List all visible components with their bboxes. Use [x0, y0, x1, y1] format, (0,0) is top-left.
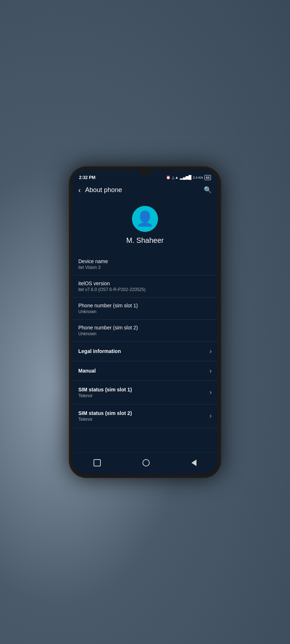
search-icon[interactable]: 🔍 [204, 186, 212, 194]
avatar: 👤 [132, 206, 158, 232]
status-time: 2:32 PM [79, 175, 95, 180]
device-name-label: Device name [78, 258, 212, 264]
home-button[interactable] [135, 457, 157, 469]
phone-sim2-value: Unknown [78, 331, 212, 336]
circle-icon [142, 459, 150, 466]
sim-status-2-row[interactable]: SIM status (sim slot 2) Telenor › [72, 404, 218, 428]
top-bar: ‹ About phone 🔍 [72, 182, 218, 199]
battery-indicator: 63 [204, 175, 211, 180]
recent-apps-button[interactable] [86, 457, 108, 469]
phone-sim1-row: Phone number (sim slot 1) Unknown [72, 298, 218, 320]
status-icons: ⏰ △▲ ▂▄▆█ 2.4 K/s 63 [166, 175, 211, 180]
sim-status-1-chevron: › [210, 389, 212, 396]
phone-sim2-label: Phone number (sim slot 2) [78, 325, 212, 331]
phone-frame: 2:32 PM ⏰ △▲ ▂▄▆█ 2.4 K/s 63 ‹ About pho… [69, 166, 221, 478]
legal-information-label: Legal information [78, 348, 210, 354]
phone-sim2-row: Phone number (sim slot 2) Unknown [72, 320, 218, 342]
sim-status-1-value: Telenor [78, 393, 210, 398]
os-version-value: itel v7.6.0 (OS7.6-R-P202-220525) [78, 287, 212, 292]
avatar-icon: 👤 [136, 210, 154, 227]
phone-sim1-value: Unknown [78, 309, 212, 314]
back-button[interactable]: ‹ [77, 184, 82, 196]
manual-row[interactable]: Manual › [72, 361, 218, 381]
square-icon [94, 459, 101, 466]
signal-icon: ▂▄▆█ [180, 175, 191, 180]
page-title: About phone [85, 186, 204, 194]
bottom-nav [72, 452, 218, 474]
device-name-value: itel Vision 3 [78, 265, 212, 270]
speed-label: 2.4 K/s [193, 176, 203, 179]
alarm-icon: ⏰ [166, 175, 170, 179]
triangle-icon [191, 460, 196, 466]
sim-status-2-chevron: › [210, 412, 212, 420]
legal-information-chevron: › [210, 348, 212, 355]
manual-chevron: › [210, 367, 212, 375]
manual-label: Manual [78, 368, 210, 374]
sim-status-1-row[interactable]: SIM status (sim slot 1) Telenor › [72, 381, 218, 404]
legal-information-row[interactable]: Legal information › [72, 342, 218, 361]
sim-status-2-value: Telenor [78, 417, 210, 422]
phone-screen: 2:32 PM ⏰ △▲ ▂▄▆█ 2.4 K/s 63 ‹ About pho… [72, 170, 218, 474]
sim-status-1-content: SIM status (sim slot 1) Telenor [78, 387, 210, 398]
os-version-row: itelOS version itel v7.6.0 (OS7.6-R-P202… [72, 275, 218, 298]
profile-section: 👤 M. Shaheer [72, 199, 218, 253]
sim-status-2-label: SIM status (sim slot 2) [78, 410, 210, 416]
content-area: 👤 M. Shaheer Device name itel Vision 3 i… [72, 199, 218, 452]
back-nav-button[interactable] [184, 457, 204, 468]
os-version-label: itelOS version [78, 281, 212, 286]
sim-status-1-label: SIM status (sim slot 1) [78, 387, 210, 392]
profile-name: M. Shaheer [126, 236, 163, 245]
sim-status-2-content: SIM status (sim slot 2) Telenor [78, 410, 210, 422]
phone-sim1-label: Phone number (sim slot 1) [78, 303, 212, 308]
legal-information-content: Legal information [78, 348, 210, 354]
wifi-icon: △▲ [172, 175, 178, 179]
manual-content: Manual [78, 368, 210, 374]
device-name-row: Device name itel Vision 3 [72, 253, 218, 275]
